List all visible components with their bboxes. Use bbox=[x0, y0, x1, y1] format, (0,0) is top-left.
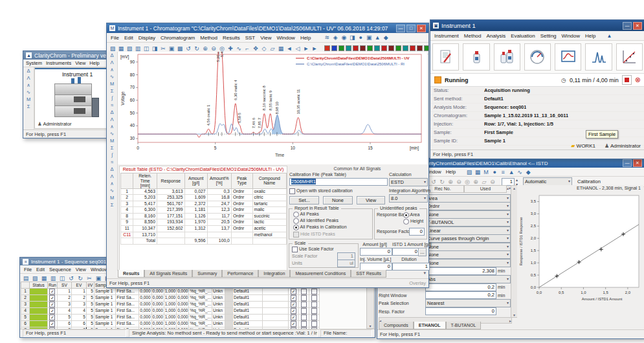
setting-field[interactable]: 2,308 bbox=[425, 267, 496, 275]
flag-checkbox[interactable]: ✓ bbox=[291, 308, 296, 314]
menu-display[interactable]: Display bbox=[139, 35, 155, 41]
menu-window[interactable]: Window bbox=[91, 267, 108, 272]
last-icon[interactable]: ► bbox=[311, 45, 318, 52]
project-badge[interactable]: ▰ WORK1 bbox=[571, 143, 595, 149]
result-row[interactable]: 14,5633,6130,0270,3Ordnroxalic bbox=[121, 188, 287, 195]
report-option[interactable]: All Identified Peaks bbox=[293, 218, 339, 224]
setting-field[interactable]: 0 bbox=[425, 307, 496, 315]
single-analysis-icon[interactable] bbox=[463, 43, 489, 71]
valley-tool-icon[interactable]: Μ bbox=[108, 80, 116, 87]
signal-color-swatch[interactable] bbox=[374, 45, 380, 51]
tab-all-signals-results[interactable]: All Signals Results bbox=[144, 270, 192, 278]
abort-button[interactable]: ⊗ bbox=[635, 76, 641, 84]
tailing-icon[interactable]: ∿ bbox=[108, 187, 116, 194]
menu-help[interactable]: Help bbox=[446, 169, 456, 175]
vertical-scrollbar[interactable]: ▴▾ bbox=[366, 282, 374, 329]
publish-icon[interactable]: ▲ bbox=[373, 34, 381, 41]
chromatogram-graph-area[interactable]: 30405060708090051015[mV]VoltageTime[min]… bbox=[118, 52, 427, 164]
sequence-col-header[interactable]: SV bbox=[57, 282, 71, 289]
setting-dropdown[interactable]: Nearest▾ bbox=[425, 299, 511, 307]
setting-dropdown[interactable]: None▾ bbox=[425, 250, 511, 259]
hide-istd-checkbox[interactable]: Hide ISTD Peaks bbox=[293, 232, 335, 238]
run-checkbox[interactable]: ✓ bbox=[49, 289, 55, 294]
menu-instruments[interactable]: Instruments bbox=[46, 60, 71, 66]
save-icon[interactable]: ▦ bbox=[117, 45, 125, 52]
setting-dropdown[interactable]: Curve passes through Origin▾ bbox=[425, 234, 511, 243]
signal-color-swatch[interactable] bbox=[360, 45, 366, 51]
add-peak-icon[interactable]: ∧ bbox=[108, 123, 116, 130]
menu-system[interactable]: System bbox=[26, 60, 42, 66]
setting-dropdown[interactable]: T-BUTANOL▾ bbox=[425, 218, 511, 227]
window-instrument[interactable]: ▣ Instrument 1 —✕ InstrumentMethodAnalys… bbox=[430, 19, 644, 159]
redo-icon[interactable]: ↻ bbox=[193, 45, 201, 52]
menu-file[interactable]: File bbox=[111, 35, 119, 41]
integration-tool-icon[interactable]: ≈ bbox=[108, 102, 116, 109]
prev-icon[interactable]: ◁ bbox=[294, 45, 302, 52]
integration-algorithm-dropdown[interactable]: 8.0▾ bbox=[389, 194, 428, 203]
menu-evaluation[interactable]: Evaluation bbox=[511, 33, 535, 39]
result-row[interactable]: Total9,596100,0 bbox=[121, 238, 287, 245]
compound-tab-ethanol[interactable]: ETHANOL bbox=[414, 322, 446, 329]
none-button[interactable]: None bbox=[323, 196, 353, 205]
menu-method[interactable]: Method bbox=[464, 33, 482, 39]
redo-icon[interactable]: ↻ bbox=[438, 178, 446, 186]
peak-tool-icon[interactable]: ∧ bbox=[108, 66, 116, 73]
zoom-out-icon[interactable]: ⊖ bbox=[210, 45, 217, 52]
setting-field[interactable]: 0,2 bbox=[425, 283, 496, 291]
monitor-icon[interactable]: Μ bbox=[25, 96, 32, 103]
folder-icon[interactable]: ∧ bbox=[25, 82, 32, 89]
open-icon[interactable]: ▨ bbox=[109, 45, 117, 52]
flag-checkbox[interactable] bbox=[301, 321, 307, 327]
info-icon[interactable]: ● bbox=[357, 34, 364, 41]
result-col-header[interactable]: Amount% [%] bbox=[207, 173, 231, 189]
zoom-in-icon[interactable]: ⊕ bbox=[201, 45, 209, 52]
export-icon[interactable]: ◨ bbox=[151, 45, 159, 52]
separation-tool-icon[interactable]: ∆ bbox=[108, 109, 116, 116]
info-icon[interactable]: ● bbox=[491, 168, 498, 176]
spike-filter-icon[interactable]: ∫ bbox=[108, 151, 116, 159]
grid-header-used[interactable]: Used bbox=[464, 185, 507, 193]
setting-dropdown[interactable]: None▾ bbox=[425, 259, 511, 267]
dilution-field[interactable]: 1 bbox=[392, 263, 430, 271]
menu-instrument[interactable]: Instrument bbox=[434, 33, 459, 39]
more-button[interactable]: ... bbox=[418, 248, 427, 256]
signal-color-swatch[interactable] bbox=[381, 45, 387, 51]
baseline-icon[interactable]: ⌐ bbox=[243, 45, 251, 52]
minimize-button[interactable]: — bbox=[396, 25, 405, 32]
menu-help[interactable]: Help bbox=[585, 33, 595, 39]
menu-edit[interactable]: Edit bbox=[124, 35, 133, 41]
result-table-panel[interactable]: Result Table (ESTD - C:\ClarityChrom\Dat… bbox=[119, 166, 287, 271]
gear-icon[interactable]: Λ bbox=[25, 74, 32, 82]
flag-checkbox[interactable] bbox=[311, 289, 317, 294]
wrench-icon[interactable]: ✚ bbox=[227, 45, 234, 52]
flag-checkbox[interactable]: ✓ bbox=[291, 302, 296, 307]
signal-color-swatch[interactable] bbox=[331, 45, 337, 51]
report-option[interactable]: All Peaks in Calibration bbox=[293, 225, 347, 230]
start-mark-icon[interactable]: ∿ bbox=[108, 130, 116, 137]
flag-checkbox[interactable] bbox=[301, 302, 307, 307]
signal-color-swatch[interactable] bbox=[324, 45, 330, 51]
flag-checkbox[interactable]: ✓ bbox=[291, 295, 296, 301]
signal-color-swatch[interactable] bbox=[403, 45, 408, 51]
flag-checkbox[interactable] bbox=[311, 308, 317, 314]
calibration-icon[interactable] bbox=[616, 43, 643, 71]
setting-dropdown[interactable]: Area▾ bbox=[425, 194, 511, 203]
menu-sst[interactable]: SST bbox=[245, 35, 256, 41]
calibration-graph-area[interactable]: ETHANOL - 2,308 min, Signal 1 0,00,51,01… bbox=[517, 185, 643, 322]
zoom-in-icon[interactable]: ⊕ bbox=[447, 178, 454, 186]
minimize-button[interactable]: — bbox=[623, 22, 632, 30]
signal-color-swatch[interactable] bbox=[388, 45, 394, 51]
half-width-icon[interactable]: ∧ bbox=[108, 180, 116, 187]
settings-icon[interactable]: ◆ bbox=[382, 34, 390, 41]
signal-color-swatch[interactable] bbox=[367, 45, 373, 51]
setting-dropdown[interactable]: Ordnr▾ bbox=[425, 202, 511, 210]
response-base-option[interactable]: Area bbox=[403, 212, 419, 218]
cut-icon[interactable]: ✂ bbox=[159, 45, 167, 52]
sequence-row[interactable]: 1✓115Sample 1First Sa...0,0000,0001,0000… bbox=[21, 289, 320, 295]
play-icon[interactable]: ► bbox=[302, 45, 310, 52]
run-checkbox[interactable]: ✓ bbox=[49, 302, 55, 307]
sequence-col-header[interactable]: I/V bbox=[86, 282, 94, 289]
undo-icon[interactable]: ↺ bbox=[430, 178, 438, 186]
flag-checkbox[interactable] bbox=[311, 295, 317, 301]
move-icon[interactable]: ✥ bbox=[252, 45, 260, 52]
